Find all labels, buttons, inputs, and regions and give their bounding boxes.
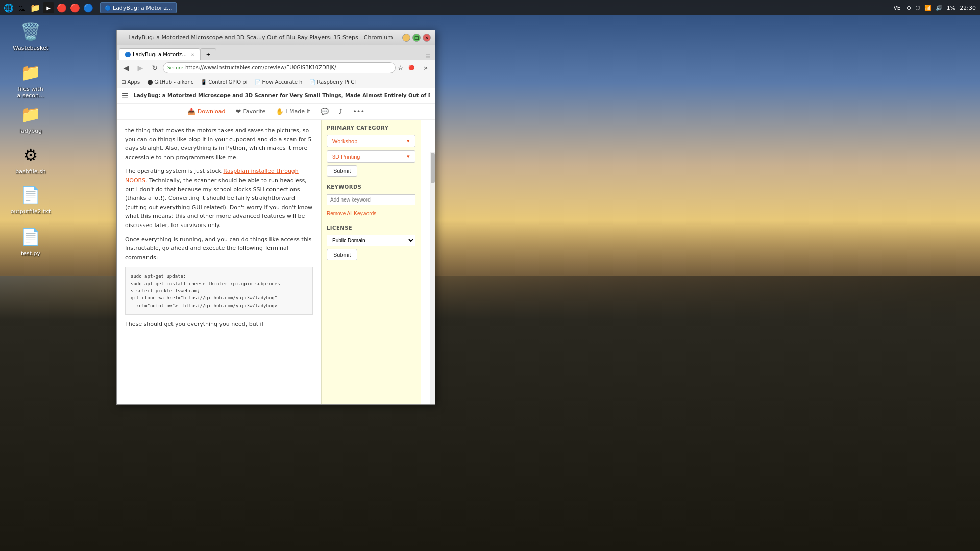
bookmark-gpio[interactable]: 📱 Control GPIO pi (199, 79, 249, 85)
3dprinting-dropdown-icon: ▾ (407, 153, 410, 160)
bookmark-howaccurate[interactable]: 📄 How Accurate h (253, 79, 304, 85)
browser-title-bar: LadyBug: a Motorized Microscope and 3D S… (117, 30, 435, 45)
bookmark-github-label: GitHub - aikonc (154, 79, 193, 85)
right-sidebar: PRIMARY CATEGORY Workshop ▾ 3D Printing … (321, 120, 421, 404)
bookmark-apps[interactable]: ⊞ Apps (120, 79, 141, 85)
taskbar-red1-icon[interactable]: 🔴 (56, 2, 67, 13)
download-action[interactable]: 📥 Download (187, 108, 226, 115)
forward-button[interactable]: ▶ (134, 62, 146, 74)
overflow-button[interactable]: » (420, 62, 432, 74)
paragraph-2: The operating system is just stock Raspb… (125, 167, 313, 230)
keyword-input[interactable] (327, 194, 415, 205)
desktop-icon-files[interactable]: 📁 files witha secon... (10, 60, 51, 99)
share-action[interactable]: ⤴ (339, 108, 342, 115)
taskbar-globe-icon[interactable]: 🌐 (3, 2, 14, 13)
favorite-action[interactable]: ❤️ Favorite (236, 108, 266, 115)
page-title: LadyBug: a Motorized Microscope and 3D S… (134, 93, 430, 98)
address-bar[interactable]: Secure https://www.instructables.com/pre… (163, 62, 396, 73)
license-submit-button[interactable]: Submit (327, 249, 357, 260)
apps-grid-icon: ⊞ (121, 79, 126, 85)
license-select[interactable]: Public Domain (327, 235, 415, 246)
taskbar-left: 🌐 🗂 📁 ▶ 🔴 🔴 🔵 (0, 2, 97, 13)
taskbar-active-window[interactable]: 🔵 LadyBug: a Motoriz... (100, 2, 177, 13)
more-action[interactable]: ••• (353, 108, 364, 115)
main-content-split: the thing that moves the motors takes an… (117, 120, 435, 404)
paragraph-4: These should get you everything you need… (125, 320, 313, 329)
tab-close-icon[interactable]: × (191, 52, 195, 57)
desktop-icon-wastebasket[interactable]: 🗑️ Wastebasket (10, 19, 51, 52)
volume-icon[interactable]: 🔊 (936, 5, 943, 11)
bookmarks-bar: ⊞ Apps ⬤ GitHub - aikonc 📱 Control GPIO … (117, 76, 435, 88)
taskbar-files-icon[interactable]: 🗂 (16, 2, 28, 13)
scrollbar-thumb[interactable] (431, 153, 435, 183)
imadeit-icon: ✋ (276, 108, 284, 115)
minimize-button[interactable]: − (402, 34, 410, 42)
extension-icon[interactable]: 🔴 (405, 62, 418, 74)
i-made-it-action[interactable]: ✋ I Made It (276, 108, 310, 115)
bookmark-raspberry[interactable]: 📄 Raspberry Pi Cl (308, 79, 357, 85)
desktop-icon-bashfile[interactable]: ⚙️ bashfile.sh (10, 143, 51, 175)
taskbar-red2-icon[interactable]: 🔴 (69, 2, 81, 13)
remove-keywords-button[interactable]: Remove All Keywords (327, 211, 376, 216)
clock: 22:30 (960, 5, 976, 11)
action-bar: 📥 Download ❤️ Favorite ✋ I Made It 💬 ⤴ (117, 104, 435, 120)
taskbar-chromium-icon[interactable]: 🔵 (83, 2, 94, 13)
download-icon: 📥 (187, 108, 195, 115)
ladybug-folder-icon: 📁 (18, 102, 43, 127)
raspbian-link[interactable]: Raspbian installed through NOOBS (125, 168, 299, 184)
close-button[interactable]: × (423, 34, 431, 42)
desktop-icon-outputfile[interactable]: 📄 outputfile2.txt (10, 183, 51, 215)
browser-window-title: LadyBug: a Motorized Microscope and 3D S… (121, 34, 400, 41)
code-block: sudo apt-get update; sudo apt-get instal… (125, 267, 313, 315)
comment-action[interactable]: 💬 (321, 108, 329, 115)
desktop-icon-ladybug[interactable]: 📁 ladybug (10, 102, 51, 134)
bookmark-star-icon[interactable]: ☆ (398, 64, 403, 71)
comment-icon: 💬 (321, 108, 329, 115)
browser-window: LadyBug: a Motorized Microscope and 3D S… (116, 30, 435, 405)
download-label: Download (198, 108, 226, 115)
3dprinting-label: 3D Printing (332, 154, 360, 160)
imadeit-label: I Made It (286, 108, 310, 115)
wifi-icon[interactable]: 📶 (924, 5, 932, 11)
3dprinting-category-button[interactable]: 3D Printing ▾ (327, 150, 415, 163)
taskbar-folder-icon[interactable]: 📁 (30, 2, 41, 13)
bluetooth-icon[interactable]: ⬡ (915, 5, 920, 11)
tab-favicon: 🔵 (125, 52, 131, 58)
page-scrollbar[interactable] (430, 152, 435, 404)
reload-button[interactable]: ↻ (149, 62, 161, 74)
outputfile-label: outputfile2.txt (11, 208, 51, 215)
browser-tab-new[interactable]: + (200, 48, 216, 60)
bookmark-github[interactable]: ⬤ GitHub - aikonc (145, 79, 195, 85)
keywords-title: KEYWORDS (327, 184, 415, 190)
workshop-dropdown-icon: ▾ (407, 138, 410, 144)
bookmark-raspberry-label: Raspberry Pi Cl (317, 79, 356, 85)
share-icon: ⤴ (339, 108, 342, 115)
category-submit-button[interactable]: Submit (327, 165, 357, 177)
workshop-category-button[interactable]: Workshop ▾ (327, 135, 415, 147)
navigation-bar: ◀ ▶ ↻ Secure https://www.instructables.c… (117, 60, 435, 76)
testpy-icon: 📄 (18, 224, 43, 249)
desktop-icon-testpy[interactable]: 📄 test.py (10, 224, 51, 257)
raspberry-icon: 📄 (309, 79, 315, 85)
hamburger-icon[interactable]: ☰ (122, 92, 129, 100)
testpy-label: test.py (21, 250, 40, 257)
browser-menu-icon[interactable]: ☰ (425, 53, 433, 60)
network-icon[interactable]: ⊕ (906, 5, 911, 11)
taskbar: 🌐 🗂 📁 ▶ 🔴 🔴 🔵 🔵 LadyBug: a Motoriz... VE… (0, 0, 980, 15)
workshop-label: Workshop (332, 138, 357, 144)
maximize-button[interactable]: □ (412, 34, 421, 42)
bookmark-gpio-label: Control GPIO pi (208, 79, 247, 85)
back-button[interactable]: ◀ (120, 62, 132, 74)
page-header: ☰ LadyBug: a Motorized Microscope and 3D… (117, 88, 435, 104)
browser-tab-active[interactable]: 🔵 LadyBug: a Motoriz... × (119, 48, 200, 60)
files-label: files witha secon... (17, 86, 44, 99)
bashfile-icon: ⚙️ (18, 143, 43, 167)
bookmark-howaccurate-label: How Accurate h (262, 79, 303, 85)
paragraph-3: Once everything is running, and you can … (125, 235, 313, 262)
ve-indicator[interactable]: VE (892, 5, 902, 11)
page-content: ☰ LadyBug: a Motorized Microscope and 3D… (117, 88, 435, 404)
favorite-icon: ❤️ (236, 108, 241, 115)
taskbar-terminal-icon[interactable]: ▶ (43, 2, 54, 13)
taskbar-right: VE ⊕ ⬡ 📶 🔊 1% 22:30 (888, 5, 980, 11)
desktop: 🗑️ Wastebasket 📁 files witha secon... 📁 … (0, 0, 980, 551)
